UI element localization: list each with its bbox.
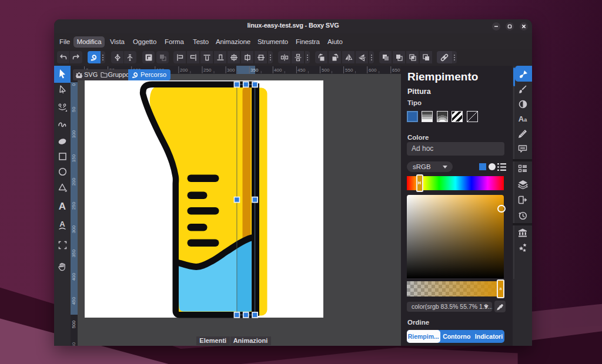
svg-text:A: A: [59, 220, 65, 228]
